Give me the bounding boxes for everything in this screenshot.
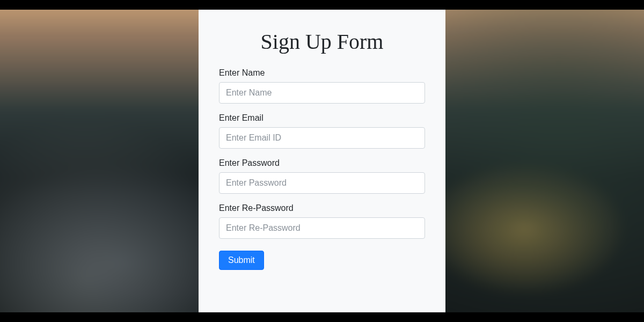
password-label: Enter Password — [219, 158, 425, 168]
email-label: Enter Email — [219, 113, 425, 123]
form-title: Sign Up Form — [219, 29, 425, 54]
name-group: Enter Name — [219, 68, 425, 104]
password-input[interactable] — [219, 172, 425, 194]
email-input[interactable] — [219, 127, 425, 149]
name-label: Enter Name — [219, 68, 425, 78]
repassword-label: Enter Re-Password — [219, 203, 425, 213]
letterbox-top — [0, 0, 644, 10]
letterbox-bottom — [0, 312, 644, 322]
repassword-group: Enter Re-Password — [219, 203, 425, 239]
email-group: Enter Email — [219, 113, 425, 149]
submit-button[interactable]: Submit — [219, 251, 264, 270]
signup-card: Sign Up Form Enter Name Enter Email Ente… — [199, 10, 445, 312]
name-input[interactable] — [219, 82, 425, 104]
password-group: Enter Password — [219, 158, 425, 194]
repassword-input[interactable] — [219, 217, 425, 239]
